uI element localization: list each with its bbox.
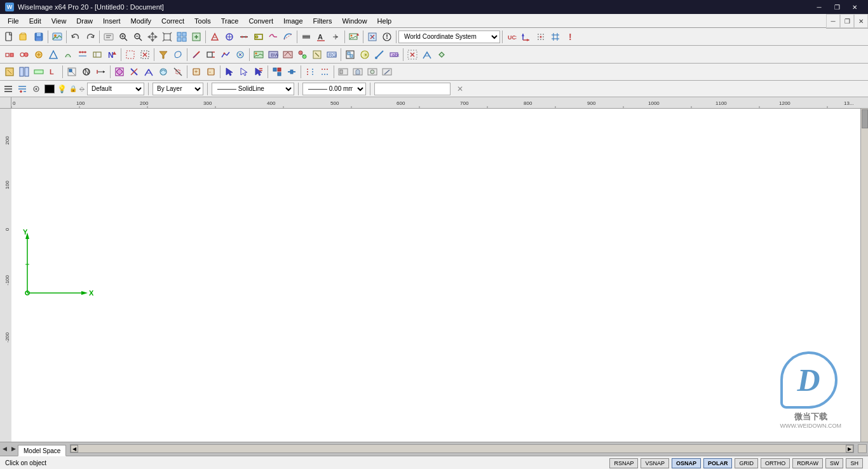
r3-btn-9[interactable]: [127, 65, 141, 79]
hscroll-right-btn[interactable]: ▶: [846, 445, 853, 452]
layer-add-btn[interactable]: [17, 83, 28, 95]
raster-insert-btn[interactable]: [347, 30, 361, 44]
layer-close-btn[interactable]: ✕: [453, 82, 467, 96]
grid-snap-btn[interactable]: [534, 30, 548, 44]
snap-btn-4[interactable]: [46, 48, 60, 62]
r2-btn-3[interactable]: [219, 48, 233, 62]
r3-btn-11[interactable]: [156, 65, 170, 79]
r2-raster-4[interactable]: [295, 48, 309, 62]
tab-scroll-right[interactable]: ▶: [9, 442, 18, 456]
snap-btn-7[interactable]: [90, 48, 104, 62]
undo-btn[interactable]: [69, 30, 83, 44]
layer-color-swatch[interactable]: [44, 85, 55, 93]
menu-modify[interactable]: Modify: [126, 14, 156, 27]
menu-window[interactable]: Window: [337, 14, 372, 27]
snap-btn-6[interactable]: [76, 48, 90, 62]
inner-close-btn[interactable]: ✕: [854, 14, 868, 28]
r3-node-1[interactable]: [270, 65, 284, 79]
tab-scroll-left[interactable]: ◀: [0, 442, 9, 456]
tab-model-space[interactable]: Model Space: [18, 445, 66, 456]
r3-btn-1[interactable]: [3, 65, 17, 79]
vertical-scrollbar[interactable]: [860, 109, 868, 442]
r3-btn-2[interactable]: [17, 65, 31, 79]
r2-extra-4[interactable]: abc: [387, 48, 401, 62]
tb-btn-9[interactable]: [237, 30, 251, 44]
layer-lineweight-dropdown[interactable]: ——— 0.00 mm: [302, 83, 366, 95]
horizontal-scrollbar[interactable]: ◀ ▶: [70, 444, 854, 453]
redo-btn[interactable]: [83, 30, 97, 44]
tb-btn-11[interactable]: [266, 30, 280, 44]
menu-correct[interactable]: Correct: [156, 14, 189, 27]
drawing-canvas[interactable]: Y X D 微当下载 WWW.WEIDOWN.COM: [11, 109, 860, 442]
r3-btn-14[interactable]: -: [204, 65, 218, 79]
zoom-extent-btn[interactable]: [160, 30, 174, 44]
r2-raster-3[interactable]: [281, 48, 295, 62]
select-btn[interactable]: [123, 48, 137, 62]
pan-btn[interactable]: [146, 30, 159, 44]
r3-btn-7[interactable]: [94, 65, 108, 79]
r3-sel-3[interactable]: [252, 65, 266, 79]
tb-btn-12[interactable]: [281, 30, 295, 44]
r3-btn-13[interactable]: +: [189, 65, 203, 79]
r3-btn-8[interactable]: [112, 65, 126, 79]
r2-raster-1[interactable]: [252, 48, 266, 62]
menu-image[interactable]: Image: [278, 14, 308, 27]
tb-more-2[interactable]: [380, 30, 394, 44]
r3-sel-2[interactable]: [237, 65, 251, 79]
layer-settings-btn[interactable]: [31, 83, 42, 95]
r3-img-2[interactable]: [351, 65, 365, 79]
snap-btn-5[interactable]: [61, 48, 75, 62]
r2-extra-1[interactable]: [343, 48, 357, 62]
zoom-out-btn[interactable]: [131, 30, 145, 44]
filter-btn[interactable]: [156, 48, 170, 62]
menu-convert[interactable]: Convert: [243, 14, 278, 27]
r2-btn-4[interactable]: [233, 48, 247, 62]
tb-btn-7[interactable]: [208, 30, 222, 44]
r2-more-2[interactable]: [420, 48, 434, 62]
status-ortho[interactable]: ORTHO: [761, 458, 790, 468]
tb-btn-6[interactable]: [189, 30, 203, 44]
inner-minimize-btn[interactable]: ─: [826, 14, 840, 28]
status-vsnap[interactable]: VSNAP: [641, 458, 669, 468]
tb-btn-15[interactable]: [329, 30, 342, 44]
scrollbar-thumb[interactable]: [862, 109, 868, 128]
menu-filters[interactable]: Filters: [308, 14, 337, 27]
menu-insert[interactable]: Insert: [98, 14, 126, 27]
status-grid[interactable]: GRID: [735, 458, 758, 468]
tb-btn-10[interactable]: [252, 30, 266, 44]
layer-type-dropdown[interactable]: By Layer: [153, 83, 203, 95]
save-btn[interactable]: [32, 30, 46, 44]
tb-exclaim-btn[interactable]: !: [563, 30, 577, 44]
r2-extra-2[interactable]: ☀: [358, 48, 372, 62]
lasso-btn[interactable]: [171, 48, 185, 62]
r3-img-4[interactable]: [380, 65, 394, 79]
snap-btn-3[interactable]: [32, 48, 46, 62]
r2-extra-3[interactable]: [372, 48, 386, 62]
layer-linetype-dropdown[interactable]: ——— SolidLine: [212, 83, 294, 95]
r3-img-3[interactable]: [365, 65, 379, 79]
close-btn[interactable]: ✕: [846, 1, 863, 13]
inner-restore-btn[interactable]: ❐: [840, 14, 854, 28]
ucs-btn-1[interactable]: UCS: [505, 30, 519, 44]
r2-btn-2[interactable]: [204, 48, 218, 62]
tb-btn-8[interactable]: [222, 30, 236, 44]
status-polar[interactable]: POLAR: [703, 458, 733, 468]
r3-node-2[interactable]: [285, 65, 299, 79]
status-rsnap[interactable]: RSNAP: [609, 458, 638, 468]
tb-btn-5[interactable]: [175, 30, 189, 44]
zoom-win-btn[interactable]: [116, 30, 130, 44]
tb-btn-14[interactable]: A: [314, 30, 328, 44]
raster-manager-btn[interactable]: [50, 30, 64, 44]
layer-manager-btn[interactable]: [3, 83, 14, 95]
r2-raster-2[interactable]: BW: [266, 48, 280, 62]
snap-btn-1[interactable]: [3, 48, 17, 62]
menu-file[interactable]: File: [3, 14, 24, 27]
status-osnap[interactable]: OSNAP: [672, 458, 701, 468]
deselect-btn[interactable]: [138, 48, 152, 62]
status-sw[interactable]: SW: [825, 458, 844, 468]
r3-img-1[interactable]: [336, 65, 350, 79]
restore-btn[interactable]: ❐: [829, 1, 845, 13]
status-sh[interactable]: SH: [846, 458, 863, 468]
open-btn[interactable]: [17, 30, 31, 44]
tb-hash-btn[interactable]: [548, 30, 562, 44]
